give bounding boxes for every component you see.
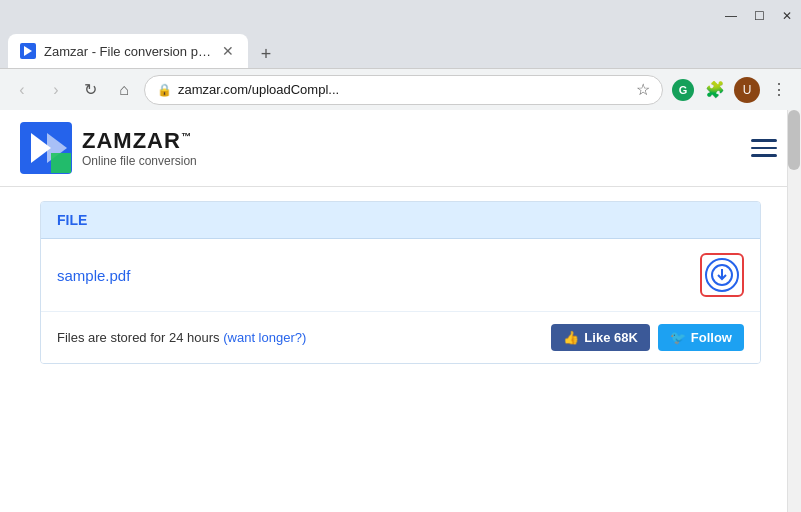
close-button[interactable]: ✕ — [781, 10, 793, 22]
main-content: FILE sample.pdf — [0, 187, 801, 364]
zamzar-logo: ZAMZAR™ Online file conversion — [20, 122, 197, 174]
lock-icon: 🔒 — [157, 83, 172, 97]
back-button[interactable]: ‹ — [8, 76, 36, 104]
footer-row: Files are stored for 24 hours (want long… — [41, 312, 760, 363]
hamburger-line-3 — [751, 154, 777, 157]
extensions-button[interactable]: 🧩 — [701, 76, 729, 104]
table-header: FILE — [41, 202, 760, 239]
download-icon — [711, 264, 733, 286]
avatar: U — [734, 77, 760, 103]
svg-marker-5 — [51, 153, 71, 173]
storage-info: Files are stored for 24 hours (want long… — [57, 330, 306, 345]
zamzar-header: ZAMZAR™ Online file conversion — [0, 110, 801, 187]
file-link[interactable]: sample.pdf — [57, 267, 130, 284]
brand-tagline: Online file conversion — [82, 154, 197, 168]
tab-title: Zamzar - File conversion progres — [44, 44, 212, 59]
scrollbar-thumb[interactable] — [788, 110, 800, 170]
grammarly-button[interactable]: G — [669, 76, 697, 104]
hamburger-menu[interactable] — [747, 135, 781, 161]
zamzar-brand: ZAMZAR™ Online file conversion — [82, 128, 197, 168]
hamburger-line-2 — [751, 147, 777, 150]
download-button[interactable] — [705, 258, 739, 292]
bookmark-icon[interactable]: ☆ — [636, 80, 650, 99]
address-text: zamzar.com/uploadCompl... — [178, 82, 630, 97]
maximize-button[interactable]: ☐ — [753, 10, 765, 22]
fb-thumb-icon: 👍 — [563, 330, 579, 345]
toolbar-right: G 🧩 U ⋮ — [669, 76, 793, 104]
storage-text: Files are stored for 24 hours (want long… — [57, 330, 306, 345]
grammarly-icon: G — [672, 79, 694, 101]
zamzar-icon — [20, 122, 72, 174]
puzzle-icon: 🧩 — [705, 80, 725, 99]
social-buttons: 👍 Like 68K 🐦 Follow — [551, 324, 744, 351]
twitter-follow-button[interactable]: 🐦 Follow — [658, 324, 744, 351]
tab-favicon — [20, 43, 36, 59]
tab-bar: Zamzar - File conversion progres ✕ + — [0, 32, 801, 68]
browser-toolbar: ‹ › ↻ ⌂ 🔒 zamzar.com/uploadCompl... ☆ G … — [0, 68, 801, 110]
download-btn-container — [700, 253, 744, 297]
title-bar: — ☐ ✕ — [0, 0, 801, 32]
page-wrapper: ZAMZAR™ Online file conversion FILE samp… — [0, 110, 801, 512]
want-longer-link[interactable]: (want longer?) — [223, 330, 306, 345]
title-bar-controls: — ☐ ✕ — [725, 10, 793, 22]
hamburger-line-1 — [751, 139, 777, 142]
address-bar[interactable]: 🔒 zamzar.com/uploadCompl... ☆ — [144, 75, 663, 105]
twitter-bird-icon: 🐦 — [670, 330, 686, 345]
minimize-button[interactable]: — — [725, 10, 737, 22]
menu-button[interactable]: ⋮ — [765, 76, 793, 104]
forward-button[interactable]: › — [42, 76, 70, 104]
profile-button[interactable]: U — [733, 76, 761, 104]
twitter-follow-label: Follow — [691, 330, 732, 345]
new-tab-button[interactable]: + — [252, 40, 280, 68]
reload-button[interactable]: ↻ — [76, 76, 104, 104]
scrollbar-track — [787, 110, 801, 512]
table-row: sample.pdf — [41, 239, 760, 312]
facebook-like-button[interactable]: 👍 Like 68K — [551, 324, 649, 351]
file-table: FILE sample.pdf — [40, 201, 761, 364]
fb-label: Like 68K — [584, 330, 637, 345]
active-tab[interactable]: Zamzar - File conversion progres ✕ — [8, 34, 248, 68]
brand-name: ZAMZAR™ — [82, 128, 197, 154]
dots-icon: ⋮ — [771, 80, 787, 99]
home-button[interactable]: ⌂ — [110, 76, 138, 104]
tab-close-button[interactable]: ✕ — [220, 43, 236, 59]
